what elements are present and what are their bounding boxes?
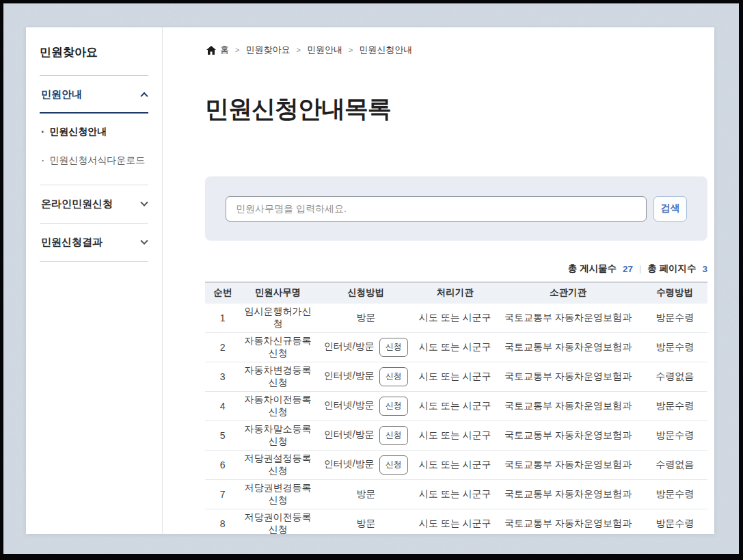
sidebar-item-label: 민원안내 <box>41 88 82 101</box>
method-label: 인터넷/방문 <box>324 399 375 410</box>
sidebar: 민원찾아요 민원안내 · 민원신청안내 · 민원신청서식다운로드 온라인민원신청 <box>26 27 162 534</box>
table-row[interactable]: 6 저당권설정등록신청 인터넷/방문신청 시도 또는 시군구 국토교통부 자동차… <box>205 451 707 480</box>
sidebar-subitem-form-download[interactable]: · 민원신청서식다운로드 <box>40 146 148 175</box>
table-header-row: 순번 민원사무명 신청방법 처리기관 소관기관 수령방법 <box>205 282 707 304</box>
cell-method: 인터넷/방문신청 <box>316 392 416 421</box>
breadcrumb-item[interactable]: 민원안내 <box>307 44 342 56</box>
cell-name: 자동차말소등록신청 <box>240 421 315 451</box>
cell-authority: 국토교통부 자동차운영보험과 <box>494 392 643 421</box>
home-icon <box>206 46 216 55</box>
col-header-authority: 소관기관 <box>494 282 643 304</box>
apply-button[interactable]: 신청 <box>379 367 408 386</box>
cell-name: 저당권이전등록신청 <box>240 509 315 535</box>
col-header-no: 순번 <box>205 282 240 304</box>
app-window: 민원찾아요 민원안내 · 민원신청안내 · 민원신청서식다운로드 온라인민원신청 <box>0 0 743 560</box>
cell-no: 3 <box>205 362 240 392</box>
method-label: 인터넷/방문 <box>324 341 375 351</box>
sidebar-item-application-result[interactable]: 민원신청결과 <box>40 224 148 262</box>
breadcrumb-home[interactable]: 홈 <box>206 44 229 56</box>
breadcrumb: 홈 > 민원찾아요 > 민원안내 > 민원신청안내 <box>206 44 412 56</box>
cell-no: 8 <box>205 509 240 535</box>
cell-name: 저당권변경등록신청 <box>240 480 315 509</box>
cell-method: 방문 <box>316 480 416 509</box>
method-label: 방문 <box>356 312 375 323</box>
breadcrumb-separator: > <box>296 46 300 54</box>
cell-receive: 수령없음 <box>642 451 707 480</box>
apply-button[interactable]: 신청 <box>379 455 408 475</box>
sidebar-subitem-label: 민원신청서식다운로드 <box>49 155 145 167</box>
content-card: 민원찾아요 민원안내 · 민원신청안내 · 민원신청서식다운로드 온라인민원신청 <box>26 27 714 534</box>
table-row[interactable]: 2 자동차신규등록신청 인터넷/방문신청 시도 또는 시군구 국토교통부 자동차… <box>205 333 707 362</box>
chevron-down-icon <box>140 237 148 244</box>
cell-receive: 방문수령 <box>642 392 707 421</box>
cell-method: 인터넷/방문신청 <box>316 451 416 480</box>
table-body: 1 임시운행허가신청 방문 시도 또는 시군구 국토교통부 자동차운영보험과 방… <box>205 304 707 535</box>
col-header-agency: 처리기관 <box>416 282 494 304</box>
stats-divider: | <box>639 264 641 274</box>
cell-receive: 방문수령 <box>642 421 707 451</box>
sidebar-item-online-application[interactable]: 온라인민원신청 <box>40 185 148 224</box>
cell-receive: 방문수령 <box>642 333 707 362</box>
method-label: 인터넷/방문 <box>324 429 375 440</box>
cell-authority: 국토교통부 자동차운영보험과 <box>494 509 643 535</box>
cell-authority: 국토교통부 자동차운영보험과 <box>494 480 643 509</box>
cell-method: 방문 <box>316 509 416 535</box>
cell-name: 저당권설정등록신청 <box>240 451 315 480</box>
method-label: 방문 <box>356 488 375 499</box>
table-row[interactable]: 1 임시운행허가신청 방문 시도 또는 시군구 국토교통부 자동차운영보험과 방… <box>205 304 707 333</box>
cell-receive: 방문수령 <box>642 480 707 509</box>
cell-name: 자동차신규등록신청 <box>240 333 315 362</box>
apply-button[interactable]: 신청 <box>379 426 408 445</box>
main-content: 홈 > 민원찾아요 > 민원안내 > 민원신청안내 민원신청안내목록 검색 총 … <box>205 27 707 534</box>
search-panel: 검색 <box>205 176 707 241</box>
breadcrumb-separator: > <box>235 46 239 54</box>
apply-button[interactable]: 신청 <box>379 397 408 416</box>
stats-bar: 총 게시물수 27 | 총 페이지수 3 <box>568 263 707 275</box>
col-header-receive: 수령방법 <box>642 282 707 304</box>
total-pages-label: 총 페이지수 <box>647 263 696 275</box>
cell-name: 자동차이전등록신청 <box>240 392 315 421</box>
search-button[interactable]: 검색 <box>653 196 687 222</box>
cell-receive: 수령없음 <box>642 362 707 392</box>
cell-no: 1 <box>205 304 240 333</box>
table-row[interactable]: 5 자동차말소등록신청 인터넷/방문신청 시도 또는 시군구 국토교통부 자동차… <box>205 421 707 451</box>
breadcrumb-item[interactable]: 민원찾아요 <box>245 44 290 56</box>
total-posts-label: 총 게시물수 <box>568 263 617 275</box>
cell-agency: 시도 또는 시군구 <box>416 480 494 509</box>
chevron-up-icon <box>140 92 148 99</box>
table-row[interactable]: 7 저당권변경등록신청 방문 시도 또는 시군구 국토교통부 자동차운영보험과 … <box>205 480 707 509</box>
sidebar-subitem-application-guide[interactable]: · 민원신청안내 <box>40 118 148 146</box>
method-label: 방문 <box>356 518 375 529</box>
sidebar-item-label: 민원신청결과 <box>41 236 103 249</box>
table-row[interactable]: 8 저당권이전등록신청 방문 시도 또는 시군구 국토교통부 자동차운영보험과 … <box>205 509 707 535</box>
sidebar-submenu: · 민원신청안내 · 민원신청서식다운로드 <box>40 114 148 185</box>
cell-authority: 국토교통부 자동차운영보험과 <box>494 304 643 333</box>
cell-authority: 국토교통부 자동차운영보험과 <box>494 362 643 392</box>
cell-method: 방문 <box>316 304 416 333</box>
cell-method: 인터넷/방문신청 <box>316 421 416 451</box>
bullet-icon: · <box>41 159 44 163</box>
cell-agency: 시도 또는 시군구 <box>416 333 494 362</box>
table-row[interactable]: 4 자동차이전등록신청 인터넷/방문신청 시도 또는 시군구 국토교통부 자동차… <box>205 392 707 421</box>
breadcrumb-item[interactable]: 민원신청안내 <box>359 44 412 56</box>
breadcrumb-separator: > <box>349 46 353 54</box>
breadcrumb-home-label: 홈 <box>220 44 229 56</box>
search-input[interactable] <box>226 196 647 222</box>
col-header-method: 신청방법 <box>316 282 416 304</box>
cell-method: 인터넷/방문신청 <box>316 362 416 392</box>
cell-method: 인터넷/방문신청 <box>316 333 416 362</box>
apply-button[interactable]: 신청 <box>379 338 408 357</box>
cell-name: 임시운행허가신청 <box>240 304 315 333</box>
sidebar-subitem-label: 민원신청안내 <box>49 126 107 138</box>
cell-agency: 시도 또는 시군구 <box>416 421 494 451</box>
cell-no: 7 <box>205 480 240 509</box>
col-header-name: 민원사무명 <box>240 282 315 304</box>
cell-no: 4 <box>205 392 240 421</box>
bullet-icon: · <box>41 130 44 134</box>
method-label: 인터넷/방문 <box>324 370 375 381</box>
sidebar-item-minwon-guide[interactable]: 민원안내 <box>40 76 148 114</box>
cell-no: 6 <box>205 451 240 480</box>
table-row[interactable]: 3 자동차변경등록신청 인터넷/방문신청 시도 또는 시군구 국토교통부 자동차… <box>205 362 707 392</box>
chevron-down-icon <box>140 198 148 206</box>
petition-table: 순번 민원사무명 신청방법 처리기관 소관기관 수령방법 1 임시운행허가신청 … <box>205 282 707 534</box>
